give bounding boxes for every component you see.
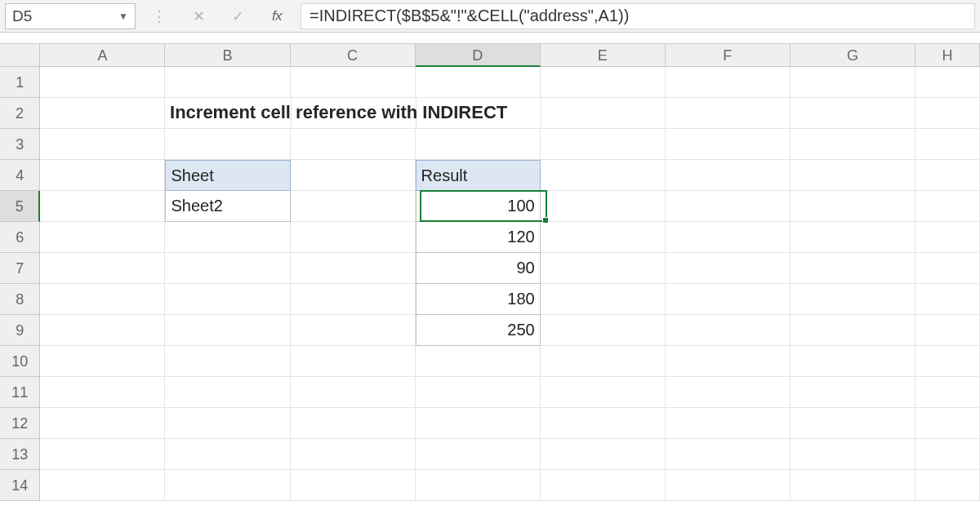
- cell-E5[interactable]: [541, 191, 666, 222]
- col-header-D[interactable]: D: [416, 44, 541, 67]
- cell-F8[interactable]: [666, 284, 791, 315]
- cell-D14[interactable]: [416, 470, 541, 501]
- row-header-4[interactable]: 4: [0, 160, 40, 191]
- cell-G6[interactable]: [791, 222, 915, 253]
- formula-input[interactable]: =INDIRECT($B$5&"!"&CELL("address",A1)): [301, 3, 975, 29]
- cell-C9[interactable]: [291, 315, 416, 346]
- cell-A3[interactable]: [40, 129, 165, 160]
- enter-icon[interactable]: ✓: [229, 7, 247, 25]
- cell-G1[interactable]: [791, 67, 915, 98]
- row-header-2[interactable]: 2: [0, 98, 40, 129]
- cell-E8[interactable]: [541, 284, 666, 315]
- row-header-3[interactable]: 3: [0, 129, 40, 160]
- cell-C13[interactable]: [291, 439, 416, 470]
- cell-C5[interactable]: [291, 191, 416, 222]
- cell-C1[interactable]: [291, 67, 416, 98]
- cell-E4[interactable]: [541, 160, 666, 191]
- cell-A5[interactable]: [40, 191, 165, 222]
- cell-H9[interactable]: [915, 315, 980, 346]
- cell-F4[interactable]: [666, 160, 791, 191]
- col-header-B[interactable]: B: [165, 44, 290, 67]
- cell-H10[interactable]: [915, 346, 980, 377]
- cell-D9[interactable]: 250: [416, 315, 541, 346]
- col-header-G[interactable]: G: [791, 44, 915, 67]
- cell-H12[interactable]: [915, 408, 980, 439]
- cell-E2[interactable]: [541, 98, 666, 129]
- row-header-8[interactable]: 8: [0, 284, 40, 315]
- cell-D1[interactable]: [416, 67, 541, 98]
- cell-G7[interactable]: [791, 253, 915, 284]
- select-all-corner[interactable]: [0, 44, 40, 67]
- cell-D11[interactable]: [416, 377, 541, 408]
- row-header-1[interactable]: 1: [0, 67, 40, 98]
- cell-F3[interactable]: [666, 129, 791, 160]
- cell-E9[interactable]: [541, 315, 666, 346]
- cell-B2[interactable]: Increment cell reference with INDIRECT: [165, 98, 292, 129]
- cell-H7[interactable]: [915, 253, 980, 284]
- row-header-14[interactable]: 14: [0, 470, 40, 501]
- cell-F5[interactable]: [666, 191, 791, 222]
- cell-A14[interactable]: [40, 470, 165, 501]
- cancel-icon[interactable]: ✕: [189, 7, 207, 25]
- cell-H14[interactable]: [915, 470, 980, 501]
- cell-E12[interactable]: [541, 408, 666, 439]
- cell-E6[interactable]: [541, 222, 666, 253]
- worksheet-grid[interactable]: A B C D E F G H 1 2 Increment cell refer…: [0, 44, 980, 501]
- cell-E7[interactable]: [541, 253, 666, 284]
- col-header-H[interactable]: H: [915, 44, 980, 67]
- cell-C7[interactable]: [291, 253, 416, 284]
- cell-D8[interactable]: 180: [416, 284, 541, 315]
- row-header-7[interactable]: 7: [0, 253, 40, 284]
- cell-C10[interactable]: [291, 346, 416, 377]
- name-box[interactable]: D5 ▼: [5, 3, 136, 29]
- cell-F13[interactable]: [666, 439, 791, 470]
- cell-E13[interactable]: [541, 439, 666, 470]
- cell-H13[interactable]: [915, 439, 980, 470]
- row-header-6[interactable]: 6: [0, 222, 40, 253]
- cell-G13[interactable]: [791, 439, 915, 470]
- insert-function-button[interactable]: fx: [268, 7, 286, 25]
- cell-H8[interactable]: [915, 284, 980, 315]
- cell-A10[interactable]: [40, 346, 165, 377]
- cell-A11[interactable]: [40, 377, 165, 408]
- row-header-13[interactable]: 13: [0, 439, 40, 470]
- cell-F2[interactable]: [666, 98, 791, 129]
- row-header-9[interactable]: 9: [0, 315, 40, 346]
- cell-G3[interactable]: [791, 129, 915, 160]
- cell-F7[interactable]: [666, 253, 791, 284]
- cell-E14[interactable]: [541, 470, 666, 501]
- cell-C11[interactable]: [291, 377, 416, 408]
- cell-D4[interactable]: Result: [416, 160, 541, 191]
- cell-B4[interactable]: Sheet: [165, 160, 290, 191]
- cell-E10[interactable]: [541, 346, 666, 377]
- cell-G11[interactable]: [791, 377, 915, 408]
- cell-B8[interactable]: [165, 284, 290, 315]
- cell-D6[interactable]: 120: [416, 222, 541, 253]
- cell-G9[interactable]: [791, 315, 915, 346]
- cell-F9[interactable]: [666, 315, 791, 346]
- cell-F12[interactable]: [666, 408, 791, 439]
- cell-G12[interactable]: [791, 408, 915, 439]
- cell-B3[interactable]: [165, 129, 290, 160]
- col-header-F[interactable]: F: [666, 44, 791, 67]
- cell-H3[interactable]: [915, 129, 980, 160]
- cell-D3[interactable]: [416, 129, 541, 160]
- cell-A4[interactable]: [40, 160, 165, 191]
- cell-C6[interactable]: [291, 222, 416, 253]
- row-header-12[interactable]: 12: [0, 408, 40, 439]
- cell-G5[interactable]: [791, 191, 915, 222]
- cell-E1[interactable]: [541, 67, 666, 98]
- cell-B1[interactable]: [165, 67, 290, 98]
- cell-B14[interactable]: [165, 470, 290, 501]
- cell-H6[interactable]: [915, 222, 980, 253]
- cell-B6[interactable]: [165, 222, 290, 253]
- cell-C12[interactable]: [291, 408, 416, 439]
- cell-G8[interactable]: [791, 284, 915, 315]
- cell-D12[interactable]: [416, 408, 541, 439]
- cell-B9[interactable]: [165, 315, 290, 346]
- cell-C8[interactable]: [291, 284, 416, 315]
- cell-C3[interactable]: [291, 129, 416, 160]
- cell-G10[interactable]: [791, 346, 915, 377]
- cell-A8[interactable]: [40, 284, 165, 315]
- cell-E11[interactable]: [541, 377, 666, 408]
